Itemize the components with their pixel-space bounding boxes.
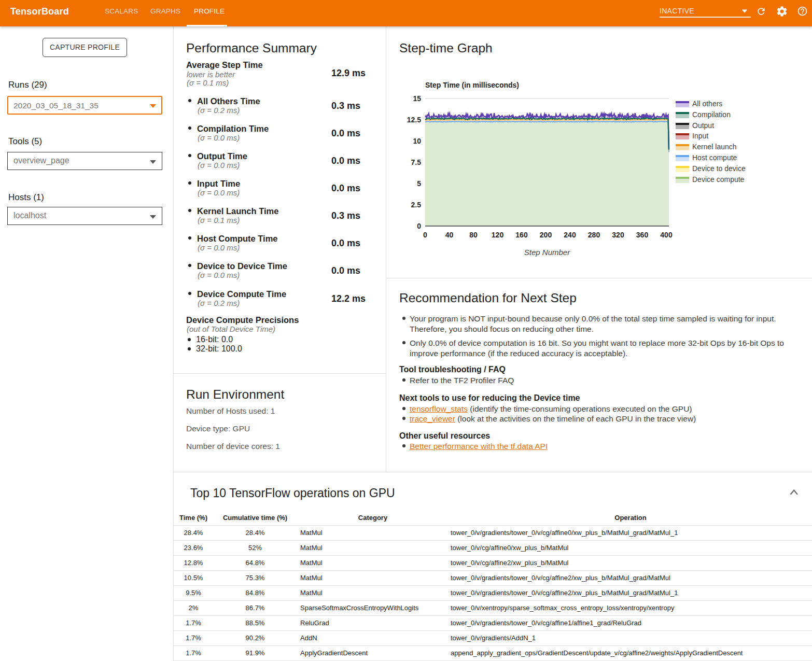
svg-text:5: 5: [417, 179, 421, 188]
svg-text:2.5: 2.5: [411, 201, 422, 209]
svg-text:280: 280: [588, 231, 600, 239]
svg-text:400: 400: [660, 231, 673, 239]
svg-text:10: 10: [413, 137, 421, 145]
svg-text:0: 0: [423, 231, 427, 239]
svg-text:120: 120: [492, 231, 504, 239]
svg-text:Step Number: Step Number: [524, 248, 570, 257]
svg-text:240: 240: [564, 231, 576, 239]
svg-text:40: 40: [445, 231, 454, 239]
svg-text:7.5: 7.5: [411, 158, 422, 166]
svg-text:320: 320: [612, 231, 624, 239]
svg-text:0: 0: [417, 222, 421, 230]
svg-text:360: 360: [636, 231, 649, 239]
svg-text:Step Time (in milliseconds): Step Time (in milliseconds): [425, 81, 519, 89]
svg-text:15: 15: [413, 94, 421, 103]
svg-text:80: 80: [469, 231, 478, 239]
svg-text:12.5: 12.5: [407, 116, 421, 124]
svg-text:160: 160: [515, 231, 528, 239]
svg-text:200: 200: [540, 231, 552, 239]
